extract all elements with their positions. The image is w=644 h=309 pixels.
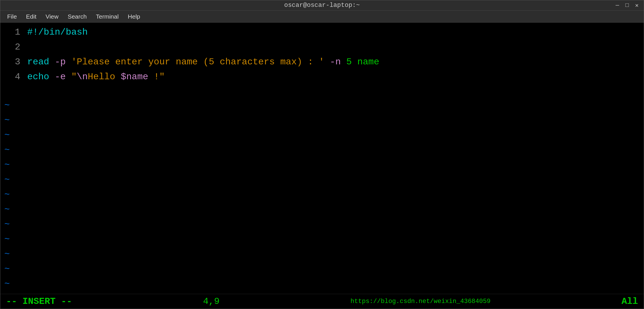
tilde-7: ~: [0, 187, 644, 202]
line-number-1: 1: [6, 25, 20, 40]
code-line-4: 4 echo -e "\nHello $name !": [6, 70, 638, 84]
flag-p: -p: [55, 57, 66, 67]
statusbar: -- INSERT -- 4,9 https://blog.csdn.net/w…: [0, 294, 644, 309]
keyword-read: read: [27, 57, 49, 67]
tilde-12: ~: [0, 262, 644, 277]
code-line-1: 1 #!/bin/bash: [6, 25, 638, 40]
menu-edit[interactable]: Edit: [22, 12, 40, 21]
code-line-3: 3 read -p 'Please enter your name (5 cha…: [6, 55, 638, 70]
menu-file[interactable]: File: [3, 12, 21, 21]
tilde-4: ~: [0, 143, 644, 158]
tilde-2: ~: [0, 113, 644, 128]
vim-mode: -- INSERT --: [6, 296, 72, 307]
menu-help[interactable]: Help: [124, 12, 144, 21]
tilde-5: ~: [0, 158, 644, 173]
number-5: 5: [346, 57, 352, 67]
tilde-6: ~: [0, 173, 644, 187]
flag-e: -e: [55, 72, 66, 82]
line-number-2: 2: [6, 40, 20, 55]
menu-search[interactable]: Search: [64, 12, 91, 21]
editor-area[interactable]: 1 #!/bin/bash 2 3 read -p 'Please enter …: [0, 23, 644, 294]
tilde-9: ~: [0, 217, 644, 232]
scroll-status: All: [621, 296, 638, 307]
cursor-position: 4,9: [203, 296, 220, 307]
menubar: File Edit View Search Terminal Help: [0, 11, 644, 23]
string-prompt: 'Please enter your name (5: [71, 57, 220, 67]
line-4-content: echo -e "\nHello $name !": [27, 70, 165, 84]
tilde-8: ~: [0, 202, 644, 217]
tilde-1: ~: [0, 98, 644, 113]
line-number-3: 3: [6, 55, 20, 70]
window-title: oscar@oscar-laptop:~: [284, 2, 360, 9]
tilde-10: ~: [0, 232, 644, 247]
code-content: 1 #!/bin/bash 2 3 read -p 'Please enter …: [0, 25, 644, 98]
tilde-lines: ~ ~ ~ ~ ~ ~ ~ ~ ~ ~ ~ ~ ~: [0, 98, 644, 292]
line-3-content: read -p 'Please enter your name (5 chara…: [27, 55, 379, 70]
maximize-button[interactable]: □: [624, 1, 631, 9]
line-1-shebang: #!/bin/bash: [27, 25, 88, 40]
line-number-4: 4: [6, 70, 20, 84]
minimize-button[interactable]: —: [614, 1, 621, 9]
menu-view[interactable]: View: [42, 12, 62, 21]
tilde-3: ~: [0, 128, 644, 143]
menu-terminal[interactable]: Terminal: [92, 12, 123, 21]
var-name: $name: [121, 72, 148, 82]
varname-name: name: [357, 57, 379, 67]
terminal-window: oscar@oscar-laptop:~ — □ ✕ File Edit Vie…: [0, 0, 644, 309]
code-line-2: 2: [6, 40, 638, 55]
window-controls: — □ ✕: [614, 1, 640, 9]
keyword-echo: echo: [27, 72, 49, 82]
tilde-13: ~: [0, 277, 644, 292]
flag-n: -n: [330, 57, 341, 67]
tilde-11: ~: [0, 247, 644, 262]
close-button[interactable]: ✕: [633, 1, 640, 9]
titlebar: oscar@oscar-laptop:~ — □ ✕: [0, 0, 644, 11]
string-dq-open: ": [71, 72, 77, 82]
status-url: https://blog.csdn.net/weixin_43684059: [351, 298, 490, 305]
